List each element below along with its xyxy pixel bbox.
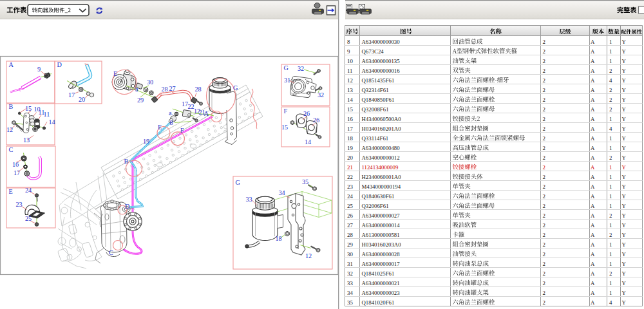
svg-text:A634000000021: A634000000021 <box>362 280 400 286</box>
svg-text:28: 28 <box>162 86 168 93</box>
svg-text:32: 32 <box>298 65 304 72</box>
svg-text:4: 4 <box>609 299 612 306</box>
svg-text:A634000000030: A634000000030 <box>362 39 401 45</box>
svg-text:34: 34 <box>347 290 353 296</box>
svg-text:24: 24 <box>347 193 353 200</box>
svg-text:2: 2 <box>543 222 545 229</box>
svg-text:4: 4 <box>609 77 612 84</box>
svg-text:14: 14 <box>49 118 55 126</box>
svg-text:Y: Y <box>622 48 627 55</box>
svg-text:Y: Y <box>622 299 627 306</box>
svg-text:2: 2 <box>543 290 545 296</box>
svg-text:1: 1 <box>609 290 612 296</box>
svg-text:H4340060500A0: H4340060500A0 <box>362 116 402 122</box>
svg-text:23: 23 <box>347 183 353 190</box>
svg-text:2: 2 <box>543 39 545 45</box>
svg-text:1124134000009: 1124134000009 <box>362 164 399 171</box>
svg-text:26: 26 <box>347 212 353 219</box>
svg-text:A: A <box>591 222 595 229</box>
svg-text:A: A <box>591 270 595 277</box>
svg-text:2: 2 <box>543 58 545 64</box>
svg-text:Y: Y <box>622 97 627 103</box>
svg-text:A: A <box>591 232 595 238</box>
svg-text:2: 2 <box>609 154 612 161</box>
svg-text:9: 9 <box>347 48 350 55</box>
svg-text:35: 35 <box>347 299 353 306</box>
svg-text:12: 12 <box>305 252 312 259</box>
svg-text:A: A <box>591 116 595 122</box>
svg-text:A: A <box>591 290 595 296</box>
svg-text:Y: Y <box>622 222 627 229</box>
svg-text:12: 12 <box>347 77 353 84</box>
svg-text:2: 2 <box>609 270 612 277</box>
svg-text:Y: Y <box>622 232 627 238</box>
svg-text:2: 2 <box>543 203 545 209</box>
svg-text:1: 1 <box>609 261 612 267</box>
svg-text:2: 2 <box>609 87 612 93</box>
svg-text:Y: Y <box>622 174 627 180</box>
svg-text:18: 18 <box>276 235 282 242</box>
svg-text:28: 28 <box>195 86 202 93</box>
svg-text:29: 29 <box>137 97 144 104</box>
svg-text:2: 2 <box>543 164 545 171</box>
svg-text:Y: Y <box>622 145 627 151</box>
svg-text:A: A <box>591 203 595 209</box>
svg-text:H0340160201A0: H0340160201A0 <box>362 126 402 132</box>
svg-text:Y: Y <box>622 77 627 84</box>
svg-text:1: 1 <box>609 135 612 142</box>
svg-text:18: 18 <box>347 135 353 142</box>
svg-text:A: A <box>591 77 595 84</box>
svg-text:A: A <box>591 135 595 142</box>
svg-text:2: 2 <box>543 48 545 55</box>
svg-text:M434000000194: M434000000194 <box>362 183 401 190</box>
svg-text:Y: Y <box>622 126 627 132</box>
svg-text:12: 12 <box>6 126 13 133</box>
svg-text:A: A <box>591 87 595 93</box>
svg-text:G: G <box>284 64 289 71</box>
svg-text:Y: Y <box>622 193 627 200</box>
svg-text:A: A <box>591 48 595 55</box>
svg-text:1: 1 <box>609 280 612 286</box>
svg-text:2: 2 <box>609 97 612 103</box>
svg-text:2: 2 <box>543 299 545 306</box>
svg-text:27: 27 <box>347 222 353 229</box>
svg-text:23: 23 <box>16 201 23 208</box>
svg-text:A: A <box>591 251 595 258</box>
svg-text:B: B <box>124 158 129 165</box>
svg-text:2: 2 <box>609 232 612 238</box>
svg-text:11: 11 <box>44 111 50 118</box>
svg-text:1: 1 <box>609 193 612 200</box>
svg-text:17: 17 <box>14 169 20 176</box>
svg-text:32: 32 <box>347 270 353 277</box>
svg-text:A: A <box>204 110 209 117</box>
svg-text:A634000000016: A634000000016 <box>362 68 401 74</box>
svg-text:33: 33 <box>246 196 252 203</box>
svg-text:A: A <box>591 280 595 286</box>
svg-text:4: 4 <box>609 126 612 132</box>
svg-text:Q673C24: Q673C24 <box>362 48 384 55</box>
svg-text:1: 1 <box>609 241 612 248</box>
svg-text:Y: Y <box>622 203 627 209</box>
svg-text:E: E <box>113 70 117 77</box>
svg-text:A: A <box>591 299 595 306</box>
svg-text:Y: Y <box>622 39 627 45</box>
svg-text:Y: Y <box>622 68 627 74</box>
svg-text:34: 34 <box>279 189 285 196</box>
svg-text:16: 16 <box>347 116 353 122</box>
svg-text:1: 1 <box>609 203 612 209</box>
svg-text:Y: Y <box>622 261 627 267</box>
svg-text:1: 1 <box>609 222 612 229</box>
svg-text:Y: Y <box>622 270 627 277</box>
svg-text:27: 27 <box>169 85 176 92</box>
svg-text:2: 2 <box>609 68 612 74</box>
svg-text:H0340160203A0: H0340160203A0 <box>362 241 402 248</box>
svg-text:a.: a. <box>169 109 173 117</box>
svg-text:A: A <box>591 97 595 103</box>
svg-text:A: A <box>591 193 595 200</box>
svg-text:17: 17 <box>68 91 75 98</box>
svg-text:A: A <box>591 154 595 161</box>
svg-text:C: C <box>9 146 14 153</box>
svg-text:A: A <box>591 164 595 171</box>
svg-text:2: 2 <box>543 154 545 161</box>
svg-text:35: 35 <box>302 178 308 185</box>
